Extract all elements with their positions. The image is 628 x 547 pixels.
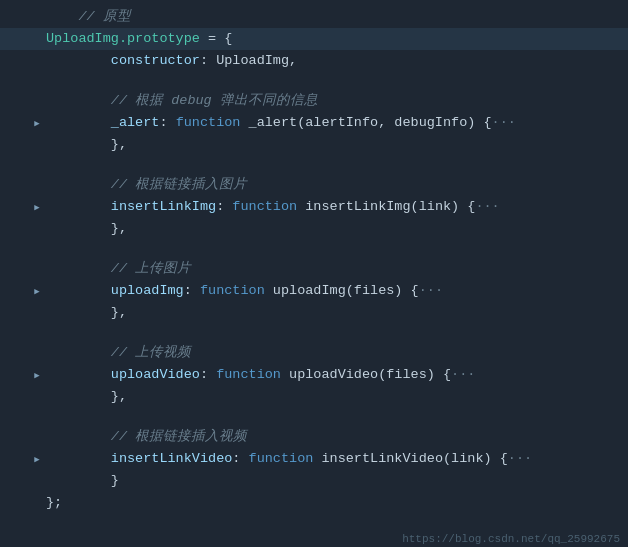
fold-arrow[interactable]: ▶: [30, 454, 44, 465]
code-content: },: [44, 134, 628, 156]
code-content: // 上传图片: [44, 258, 628, 280]
line-17: // 上传视频: [0, 342, 628, 364]
line-20: [0, 408, 628, 426]
fold-arrow[interactable]: ▶: [30, 118, 44, 129]
line-8: [0, 156, 628, 174]
code-content: // 上传视频: [44, 342, 628, 364]
line-22: ▶ insertLinkVideo: function insertLinkVi…: [0, 448, 628, 470]
code-content: [44, 70, 628, 92]
line-12: [0, 240, 628, 258]
line-10: ▶ insertLinkImg: function insertLinkImg(…: [0, 196, 628, 218]
line-9: // 根据链接插入图片: [0, 174, 628, 196]
code-content: UploadImg.prototype = {: [44, 28, 628, 50]
code-area: // 原型UploadImg.prototype = { constructor…: [0, 0, 628, 520]
code-content: },: [44, 218, 628, 240]
line-11: },: [0, 218, 628, 240]
line-23: }: [0, 470, 628, 492]
line-24: };: [0, 492, 628, 514]
line-13: // 上传图片: [0, 258, 628, 280]
line-16: [0, 324, 628, 342]
code-content: // 根据链接插入视频: [44, 426, 628, 448]
code-content: },: [44, 386, 628, 408]
line-15: },: [0, 302, 628, 324]
fold-arrow[interactable]: ▶: [30, 370, 44, 381]
code-content: [44, 406, 628, 428]
code-content: // 根据链接插入图片: [44, 174, 628, 196]
code-content: uploadImg: function uploadImg(files) {··…: [44, 280, 628, 302]
code-content: },: [44, 302, 628, 324]
line-19: },: [0, 386, 628, 408]
code-editor: // 原型UploadImg.prototype = { constructor…: [0, 0, 628, 547]
code-content: // 原型: [44, 6, 628, 28]
line-2: UploadImg.prototype = {: [0, 28, 628, 50]
fold-arrow[interactable]: ▶: [30, 286, 44, 297]
line-18: ▶ uploadVideo: function uploadVideo(file…: [0, 364, 628, 386]
code-content: }: [44, 470, 628, 492]
code-content: insertLinkVideo: function insertLinkVide…: [44, 448, 628, 470]
code-content: [44, 322, 628, 344]
status-bar: https://blog.csdn.net/qq_25992675: [394, 531, 628, 547]
line-14: ▶ uploadImg: function uploadImg(files) {…: [0, 280, 628, 302]
code-content: // 根据 debug 弹出不同的信息: [44, 90, 628, 112]
line-3: constructor: UploadImg,: [0, 50, 628, 72]
line-21: // 根据链接插入视频: [0, 426, 628, 448]
code-content: [44, 154, 628, 176]
code-content: insertLinkImg: function insertLinkImg(li…: [44, 196, 628, 218]
code-content: [44, 238, 628, 260]
code-content: };: [44, 492, 628, 514]
line-6: ▶ _alert: function _alert(alertInfo, deb…: [0, 112, 628, 134]
fold-arrow[interactable]: ▶: [30, 202, 44, 213]
code-content: uploadVideo: function uploadVideo(files)…: [44, 364, 628, 386]
line-5: // 根据 debug 弹出不同的信息: [0, 90, 628, 112]
code-content: constructor: UploadImg,: [44, 50, 628, 72]
code-content: _alert: function _alert(alertInfo, debug…: [44, 112, 628, 134]
line-1: // 原型: [0, 6, 628, 28]
line-7: },: [0, 134, 628, 156]
line-4: [0, 72, 628, 90]
